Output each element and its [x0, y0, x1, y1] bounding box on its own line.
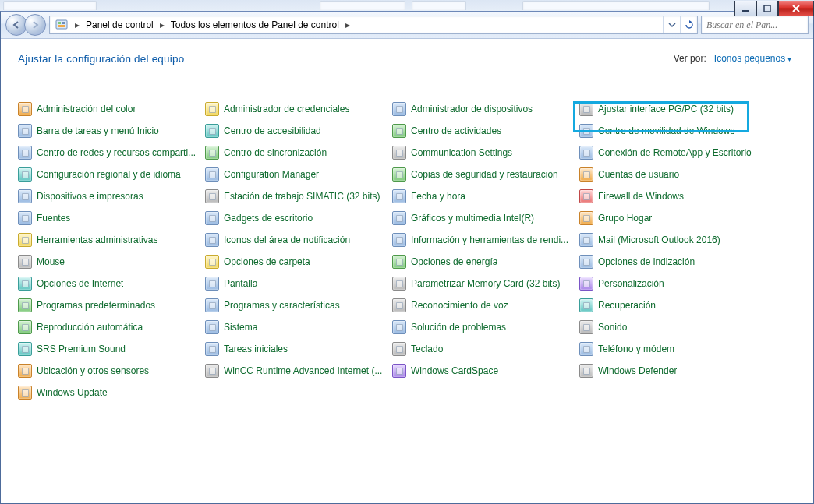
- item-firewall[interactable]: Firewall de Windows: [579, 188, 766, 205]
- svg-rect-4: [62, 22, 65, 24]
- credential-manager-icon: [205, 102, 219, 116]
- item-centro-redes[interactable]: Centro de redes y recursos comparti...: [18, 144, 205, 161]
- nav-forward-button[interactable]: [24, 14, 46, 36]
- chevron-right-icon[interactable]: ▸: [157, 19, 168, 30]
- item-intel-graphics[interactable]: Gráficos y multimedia Intel(R): [392, 210, 579, 227]
- item-simatic-workstation[interactable]: Estación de trabajo SIMATIC (32 bits): [205, 188, 392, 205]
- item-herramientas-admin[interactable]: Herramientas administrativas: [18, 231, 205, 248]
- chevron-right-icon[interactable]: ▸: [342, 19, 353, 30]
- item-sonido[interactable]: Sonido: [579, 319, 766, 336]
- item-grupo-hogar[interactable]: Grupo Hogar: [579, 210, 766, 227]
- chevron-down-icon: [668, 21, 676, 29]
- srs-sound-icon: [18, 342, 32, 356]
- item-personalizacion[interactable]: Personalización: [579, 275, 766, 292]
- item-configuration-manager[interactable]: Configuration Manager: [205, 166, 392, 183]
- close-button[interactable]: [778, 1, 814, 16]
- item-wincc-runtime[interactable]: WinCC Runtime Advanced Internet (...: [205, 362, 392, 379]
- device-manager-icon: [392, 102, 406, 116]
- item-communication-settings[interactable]: Communication Settings: [392, 144, 579, 161]
- item-pantalla[interactable]: Pantalla: [205, 275, 392, 292]
- item-opciones-indizacion[interactable]: Opciones de indización: [579, 253, 766, 270]
- admin-tools-icon: [18, 233, 32, 247]
- speech-recognition-icon: [392, 298, 406, 312]
- item-centro-movilidad[interactable]: Centro de movilidad de Windows: [579, 122, 766, 139]
- defender-icon: [579, 364, 593, 378]
- item-windows-cardspace[interactable]: Windows CardSpace: [392, 362, 579, 379]
- folder-options-icon: [205, 255, 219, 269]
- internet-options-icon: [18, 277, 32, 291]
- item-opciones-energia[interactable]: Opciones de energía: [392, 253, 579, 270]
- item-centro-accesibilidad[interactable]: Centro de accesibilidad: [205, 122, 392, 139]
- search-input[interactable]: [705, 19, 814, 32]
- item-ubicacion-sensores[interactable]: Ubicación y otros sensores: [18, 362, 205, 379]
- remoteapp-icon: [579, 146, 593, 160]
- address-bar[interactable]: ▸ Panel de control ▸ Todos los elementos…: [49, 16, 698, 34]
- item-centro-sincronizacion[interactable]: Centro de sincronización: [205, 144, 392, 161]
- item-sistema[interactable]: Sistema: [205, 319, 392, 336]
- search-box[interactable]: [701, 16, 809, 34]
- item-dispositivos-impresoras[interactable]: Dispositivos e impresoras: [18, 188, 205, 205]
- item-opciones-internet[interactable]: Opciones de Internet: [18, 275, 205, 292]
- item-telefono-modem[interactable]: Teléfono y módem: [579, 340, 766, 358]
- configuration-manager-icon: [205, 167, 219, 182]
- item-ajustar-interface-pgpc[interactable]: Ajustar interface PG/PC (32 bits): [579, 100, 766, 118]
- item-srs-premium-sound[interactable]: SRS Premium Sound: [18, 340, 205, 358]
- item-mouse[interactable]: Mouse: [18, 253, 205, 270]
- item-remoteapp[interactable]: Conexión de RemoteApp y Escritorio: [579, 144, 766, 161]
- item-reconocimiento-voz[interactable]: Reconocimiento de voz: [392, 297, 579, 314]
- svg-rect-1: [764, 5, 770, 12]
- view-by-dropdown[interactable]: Iconos pequeños: [714, 53, 791, 64]
- notification-icons-icon: [205, 233, 219, 247]
- item-barra-de-tareas[interactable]: Barra de tareas y menú Inicio: [18, 122, 205, 139]
- item-administrador-de-dispositivos[interactable]: Administrador de dispositivos: [392, 100, 579, 118]
- pgpc-interface-icon: [579, 102, 593, 116]
- taskbar-icon: [18, 124, 32, 138]
- date-time-icon: [392, 189, 406, 203]
- item-opciones-carpeta[interactable]: Opciones de carpeta: [205, 253, 392, 270]
- default-programs-icon: [18, 298, 32, 312]
- item-config-regional[interactable]: Configuración regional y de idioma: [18, 166, 205, 183]
- control-panel-window: ▸ Panel de control ▸ Todos los elementos…: [0, 11, 814, 504]
- item-recuperacion[interactable]: Recuperación: [579, 297, 766, 314]
- item-mail-outlook[interactable]: Mail (Microsoft Outlook 2016): [579, 231, 766, 248]
- color-management-icon: [18, 102, 32, 116]
- item-performance-info[interactable]: Información y herramientas de rendi...: [392, 231, 579, 248]
- item-iconos-notificacion[interactable]: Iconos del área de notificación: [205, 231, 392, 248]
- backup-restore-icon: [392, 167, 406, 182]
- item-administrador-de-credenciales[interactable]: Administrador de credenciales: [205, 100, 392, 118]
- breadcrumb-panel-de-control[interactable]: Panel de control: [83, 16, 157, 33]
- minimize-button[interactable]: [734, 1, 756, 16]
- item-copias-seguridad[interactable]: Copias de seguridad y restauración: [392, 166, 579, 183]
- troubleshooting-icon: [392, 320, 406, 334]
- performance-info-icon: [392, 233, 406, 247]
- personalization-icon: [579, 277, 593, 291]
- item-programas-caracteristicas[interactable]: Programas y características: [205, 297, 392, 314]
- item-gadgets[interactable]: Gadgets de escritorio: [205, 210, 392, 227]
- item-reproduccion-automatica[interactable]: Reproducción automática: [18, 319, 205, 336]
- item-teclado[interactable]: Teclado: [392, 340, 579, 358]
- system-icon: [205, 320, 219, 334]
- item-solucion-problemas[interactable]: Solución de problemas: [392, 319, 579, 336]
- svg-rect-3: [58, 22, 61, 24]
- item-fecha-hora[interactable]: Fecha y hora: [392, 188, 579, 205]
- item-administracion-del-color[interactable]: Administración del color: [18, 100, 205, 118]
- item-memory-card[interactable]: Parametrizar Memory Card (32 bits): [392, 275, 579, 292]
- maximize-button[interactable]: [756, 1, 778, 16]
- navigation-bar: ▸ Panel de control ▸ Todos los elementos…: [1, 12, 813, 39]
- item-fuentes[interactable]: Fuentes: [18, 210, 205, 227]
- item-centro-actividades[interactable]: Centro de actividades: [392, 122, 579, 139]
- address-dropdown-button[interactable]: [663, 16, 680, 33]
- item-programas-predeterminados[interactable]: Programas predeterminados: [18, 297, 205, 314]
- item-cuentas-usuario[interactable]: Cuentas de usuario: [579, 166, 766, 183]
- breadcrumb-all-items[interactable]: Todos los elementos de Panel de control: [168, 16, 342, 33]
- firewall-icon: [579, 189, 593, 203]
- item-tareas-iniciales[interactable]: Tareas iniciales: [205, 340, 392, 358]
- chevron-right-icon[interactable]: ▸: [72, 19, 83, 30]
- item-windows-update[interactable]: Windows Update: [18, 384, 205, 401]
- display-icon: [205, 277, 219, 291]
- refresh-button[interactable]: [680, 16, 697, 33]
- keyboard-icon: [392, 342, 406, 356]
- ease-of-access-icon: [205, 124, 219, 138]
- phone-modem-icon: [579, 342, 593, 356]
- item-windows-defender[interactable]: Windows Defender: [579, 362, 766, 379]
